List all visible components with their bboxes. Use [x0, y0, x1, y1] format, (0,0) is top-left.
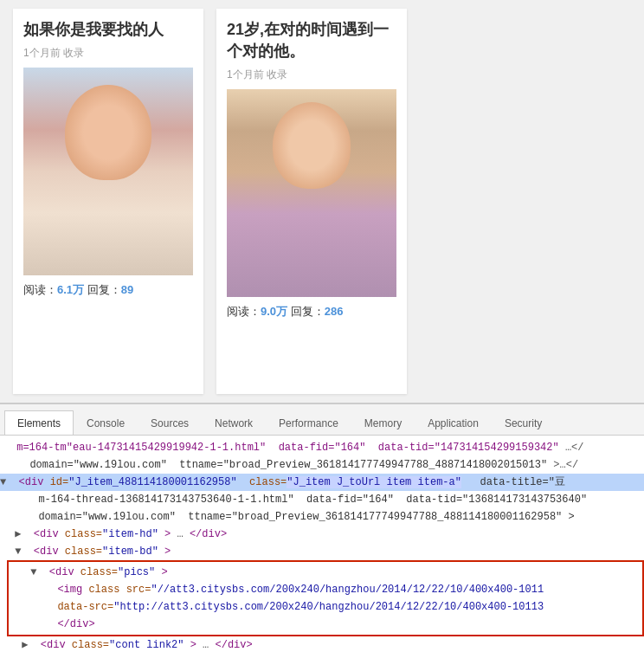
dom-line-2: domain="www.19lou.com" ttname="broad_Pre…: [0, 456, 644, 474]
dom-line-7[interactable]: ▼ <div class="item-bd" >: [0, 543, 644, 560]
card-1-stats: 阅读：6.1万 回复：89: [23, 282, 193, 298]
tab-application[interactable]: Application: [415, 410, 492, 435]
card-1-reply-value: 89: [121, 283, 133, 296]
dom-line-9: <img class src="//att3.citysbs.com/200x2…: [9, 581, 642, 598]
dom-line-5: domain="www.19lou.com" ttname="broad_Pre…: [0, 508, 644, 526]
tab-console[interactable]: Console: [74, 410, 138, 435]
dom-line-11: </div>: [9, 616, 642, 633]
card-2-meta: 1个月前 收录: [227, 68, 396, 82]
card-2-stats: 阅读：9.0万 回复：286: [227, 304, 396, 320]
no-arrow-1: [0, 440, 10, 455]
tab-elements[interactable]: Elements: [4, 410, 74, 435]
tab-sources[interactable]: Sources: [138, 410, 202, 435]
dom-line-3[interactable]: ▼ <div id="J_item_488114180001162958" cl…: [0, 474, 644, 491]
card-1[interactable]: 如果你是我要找的人 1个月前 收录 阅读：6.1万 回复：89: [13, 9, 203, 394]
card-1-title: 如果你是我要找的人: [23, 19, 193, 41]
card-2-read-label: 阅读：: [227, 305, 261, 318]
expand-arrow-8[interactable]: ▼: [30, 566, 42, 578]
expand-arrow-12[interactable]: ▶: [22, 639, 34, 651]
tab-network[interactable]: Network: [202, 410, 266, 435]
card-1-read-label: 阅读：: [23, 283, 57, 296]
card-2-image: [227, 89, 396, 297]
card-2-reply-label: 回复：: [287, 305, 325, 318]
card-2-read-value: 9.0万: [261, 305, 287, 318]
content-area: 如果你是我要找的人 1个月前 收录 阅读：6.1万 回复：89 21岁,在对的时…: [0, 0, 644, 403]
card-1-meta: 1个月前 收录: [23, 46, 193, 61]
dom-line-6[interactable]: ▶ <div class="item-hd" > … </div>: [0, 526, 644, 543]
dom-line-12[interactable]: ▶ <div class="cont link2" > … </div>: [0, 636, 644, 652]
card-1-image: [23, 68, 193, 275]
card-2-title: 21岁,在对的时间遇到一个对的他。: [227, 19, 396, 62]
dom-line-4: m-164-thread-136814173143753640-1-1.html…: [0, 491, 644, 508]
dom-line-1: m=164-tm"eau-14731415429919942-1-1.html"…: [0, 439, 644, 456]
expand-arrow-3[interactable]: ▼: [0, 476, 12, 488]
devtools-tabs: Elements Console Sources Network Perform…: [0, 404, 644, 436]
expand-arrow-6[interactable]: ▶: [15, 528, 27, 540]
expand-arrow-7[interactable]: ▼: [15, 545, 27, 558]
card-1-reply-label: 回复：: [84, 283, 121, 296]
tab-memory[interactable]: Memory: [351, 410, 415, 435]
card-2-reply-value: 286: [325, 305, 344, 318]
tab-performance[interactable]: Performance: [266, 410, 351, 435]
tab-security[interactable]: Security: [492, 410, 555, 435]
devtools-panel: Elements Console Sources Network Perform…: [0, 403, 644, 652]
dom-line-10: data-src="http://att3.citysbs.com/200x24…: [9, 598, 642, 616]
red-highlight-box: ▼ <div class="pics" > <img class src="//…: [7, 560, 644, 636]
card-1-read-value: 6.1万: [57, 283, 84, 296]
card-2[interactable]: 21岁,在对的时间遇到一个对的他。 1个月前 收录 阅读：9.0万 回复：286: [216, 9, 407, 394]
dom-line-8[interactable]: ▼ <div class="pics" >: [9, 564, 642, 581]
devtools-dom-content: m=164-tm"eau-14731415429919942-1-1.html"…: [0, 436, 644, 652]
